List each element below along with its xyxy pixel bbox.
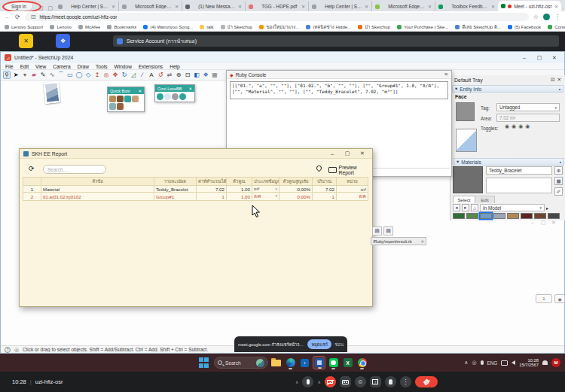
signin-button[interactable]: Sign in	[5, 2, 33, 11]
browser-tab[interactable]: Microsoft Edge help & learning ✕	[118, 2, 182, 11]
presenter-chip[interactable]: Service Account (การนำเสนอ)	[113, 35, 559, 47]
quick-bom-tool-icon[interactable]	[124, 96, 131, 102]
tab-close-icon[interactable]: ✕	[491, 4, 495, 9]
report-search-input[interactable]	[43, 165, 106, 174]
menu-item[interactable]: Camera	[53, 64, 70, 69]
skh-close-button[interactable]: ✕	[356, 150, 368, 156]
browser-tab[interactable]: Help Center | SketchUp Help ✕	[308, 2, 371, 11]
cell-type-dropdown[interactable]: ล/ค▾	[252, 193, 279, 201]
browser-tab[interactable]: (1) New Messages! ✕	[182, 2, 245, 11]
tab-close-icon[interactable]: ✕	[301, 4, 305, 9]
components-icon[interactable]: ❖	[202, 71, 209, 79]
text-tool-icon[interactable]: A	[148, 71, 155, 79]
locked-toggle-icon[interactable]: ◉	[512, 123, 516, 129]
bookmark-item[interactable]: Construction Estim...	[548, 25, 565, 29]
bookmark-item[interactable]: Bookmarks	[107, 25, 136, 29]
tab-edit[interactable]: Edit	[475, 196, 495, 203]
taskbar-file-explorer[interactable]	[270, 356, 282, 369]
cell-type-dropdown[interactable]: m³▾	[252, 186, 279, 193]
notification-bell-icon[interactable]	[542, 360, 548, 365]
material-swatch[interactable]	[466, 213, 478, 219]
taskbar-clock[interactable]: 10:28 15/7/2567	[519, 358, 539, 368]
cont-toolbar-close-icon[interactable]: ✕	[188, 87, 192, 91]
tape-measure-icon[interactable]: ∕	[139, 71, 146, 79]
tag-dropdown[interactable]: Untagged ▾	[496, 103, 560, 111]
tab-close-icon[interactable]: ✕	[428, 4, 432, 9]
start-button[interactable]	[199, 357, 209, 368]
tab-select[interactable]: Select	[453, 196, 475, 203]
mcafee-icon[interactable]: M	[551, 358, 560, 367]
quick-bom-tool-icon[interactable]	[117, 103, 124, 110]
in-model-home-button[interactable]: ⌂	[471, 204, 478, 211]
rotate-tool-icon[interactable]: ↻	[121, 71, 128, 79]
cell-mult[interactable]: 1.00	[227, 193, 252, 201]
menu-item[interactable]: Edit	[20, 64, 29, 69]
window-icon[interactable]: ▢	[48, 5, 53, 11]
sketchup-maximize-button[interactable]: ▢	[533, 55, 545, 61]
receive-shadows-toggle-icon[interactable]: ◉	[525, 123, 530, 129]
cell-topic[interactable]: Material	[41, 186, 154, 193]
back-arrow-button[interactable]: ◂	[453, 204, 460, 211]
report-refresh-icon[interactable]: ⟳	[29, 165, 35, 172]
offset-tool-icon[interactable]: ◎	[102, 71, 110, 79]
pan-tool-icon[interactable]: ⇄	[166, 71, 173, 79]
secondary-pane-button[interactable]: ▦	[554, 177, 563, 185]
tray-close-icon[interactable]: ✕	[557, 77, 561, 83]
help-icon[interactable]: ?	[5, 347, 11, 353]
report-row-2[interactable]: 2 01.a(01.02.b)0102 Group#1 1 1.00 ล/ค▾ …	[23, 193, 368, 201]
taskbar-excel[interactable]: X	[341, 356, 354, 369]
taskbar-chrome[interactable]	[356, 356, 368, 369]
material-swatch[interactable]	[453, 213, 465, 219]
taskbar-edge[interactable]	[284, 356, 297, 369]
tab-search-icon[interactable]: ◫	[38, 5, 44, 11]
freehand-tool-icon[interactable]: ∿	[48, 71, 56, 79]
tab-close-icon[interactable]: ✕	[238, 4, 242, 9]
location-pin-icon[interactable]	[316, 165, 323, 172]
arc-tool-icon[interactable]: ⌒	[57, 71, 65, 79]
sample-paint-button[interactable]: ✐	[554, 187, 563, 196]
speaker-icon[interactable]	[512, 360, 515, 365]
language-indicator[interactable]: ENG	[487, 360, 498, 366]
reactions-button[interactable]: ☺	[355, 376, 366, 387]
bookmark-item[interactable]: ของใหม่มาแรง...	[259, 23, 299, 31]
cell-detail[interactable]: Teddy_Bracelet	[154, 186, 197, 193]
taskbar-active-app[interactable]	[313, 356, 325, 369]
back-icon[interactable]: ←	[5, 14, 11, 20]
bookmark-item[interactable]: Lenovo	[50, 25, 72, 29]
bookmark-item[interactable]: (5) Facebook	[508, 25, 541, 29]
camera-options-chevron-icon[interactable]: ∧	[317, 379, 320, 384]
model-info-icon[interactable]: ▦	[211, 71, 218, 79]
canvas-widget-count[interactable]: 1	[536, 294, 552, 303]
line-tool-icon[interactable]: ✎	[39, 71, 47, 79]
tab-close-icon[interactable]: ✕	[365, 4, 368, 9]
menu-item[interactable]: Draw	[78, 64, 89, 69]
cell-loss[interactable]: 0.00%	[279, 193, 313, 201]
cont-tool-icon[interactable]	[157, 93, 163, 100]
menu-item[interactable]: View	[35, 64, 46, 69]
canvas-image-thumbnail[interactable]	[44, 81, 61, 104]
more-options-button[interactable]: ⋮	[400, 376, 411, 387]
search-tool-icon[interactable]: ⚲	[3, 71, 11, 79]
cell-mult[interactable]: 1.00	[227, 186, 252, 193]
camera-off-button[interactable]	[325, 376, 336, 387]
polygon-tool-icon[interactable]: ◇	[84, 71, 92, 79]
ruby-console-output[interactable]: [["01.", "a", "", ""], ["01.02.", "b", "…	[230, 81, 448, 99]
present-button[interactable]: ↑	[370, 376, 381, 387]
bookmark-star-icon[interactable]: ☆	[533, 14, 539, 20]
menu-item[interactable]: Window	[114, 64, 131, 69]
bookmark-item[interactable]: Lenovo Support	[5, 25, 43, 29]
captions-button[interactable]	[340, 376, 351, 387]
taskbar-search[interactable]: Search	[214, 357, 268, 369]
mic-options-chevron-icon[interactable]: ∧	[295, 379, 298, 384]
document-icon[interactable]: ▤	[372, 226, 382, 236]
material-swatch[interactable]	[548, 213, 560, 219]
quick-bom-tool-icon[interactable]	[132, 96, 139, 102]
zoom-extents-icon[interactable]: ⊡	[184, 71, 191, 79]
url-box[interactable]: ⊡ https://meet.google.com/uzi-hfiz-osr	[25, 13, 529, 21]
pushpull-tool-icon[interactable]: ↥	[93, 71, 101, 79]
material-list-box[interactable]	[486, 178, 552, 193]
participant-tile-blue[interactable]: ❖	[56, 34, 70, 48]
browser-tab[interactable]: Microsoft Edge help & learning ✕	[371, 2, 435, 11]
participant-tile-yellow[interactable]: ✕	[19, 34, 33, 48]
result-file-tab[interactable]: /Ruby/report/result.rb ✕	[371, 237, 426, 245]
